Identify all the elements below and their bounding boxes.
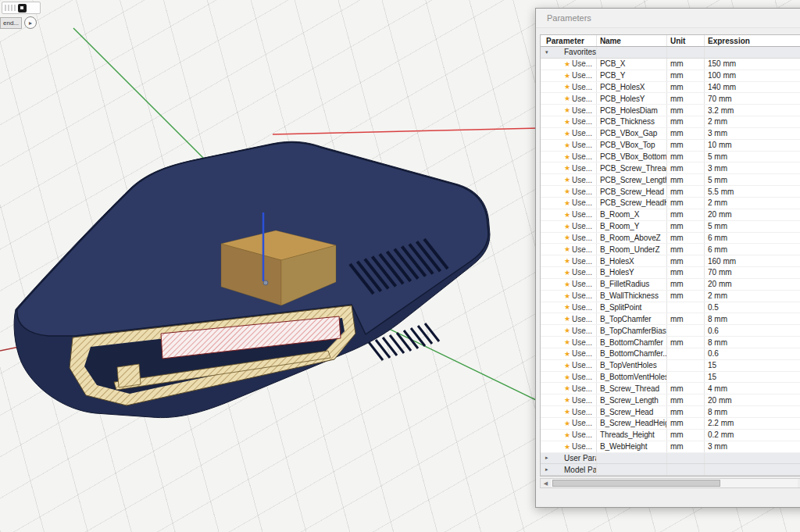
param-name-cell[interactable]: B_FilletRadius <box>597 279 667 290</box>
param-expression-cell[interactable]: 6 mm <box>705 244 800 255</box>
param-expression-cell[interactable]: 6 mm <box>705 233 800 244</box>
favorite-star-icon[interactable]: ★ <box>562 350 572 358</box>
param-name-cell[interactable]: B_TopChamferBias <box>597 325 667 336</box>
param-expression-cell[interactable]: 0.5 <box>705 302 800 313</box>
param-name-cell[interactable]: PCB_Screw_Head <box>597 186 667 197</box>
param-expression-cell[interactable]: 70 mm <box>705 93 800 104</box>
param-expression-cell[interactable]: 15 <box>705 360 800 371</box>
param-name-cell[interactable]: B_BottomVentHoles <box>597 372 667 383</box>
favorite-star-icon[interactable]: ★ <box>562 384 572 392</box>
param-row[interactable]: ★ Use... PCB_Screw_Head mm 5.5 mm <box>541 186 800 198</box>
param-row[interactable]: ★ Use... PCB_Screw_HeadH... mm 2 mm <box>541 198 800 209</box>
param-expression-cell[interactable]: 2 mm <box>705 198 800 209</box>
param-row[interactable]: ★ Use... B_WallThickness mm 2 mm <box>541 291 800 302</box>
group-chevron-icon[interactable]: ▸ <box>544 455 555 461</box>
param-name-cell[interactable]: B_Screw_Head <box>597 406 667 417</box>
param-name-cell[interactable]: PCB_Screw_Thread <box>597 162 667 173</box>
favorite-star-icon[interactable]: ★ <box>562 83 572 91</box>
favorite-star-icon[interactable]: ★ <box>562 245 572 253</box>
param-expression-cell[interactable]: 160 mm <box>705 255 800 266</box>
param-row[interactable]: ★ Use... B_Screw_Thread mm 4 mm <box>541 383 800 395</box>
param-row[interactable]: ★ Use... PCB_HolesY mm 70 mm <box>541 93 800 105</box>
param-row[interactable]: ★ Use... PCB_HolesDiam mm 3.2 mm <box>541 105 800 116</box>
param-expression-cell[interactable]: 20 mm <box>705 209 800 220</box>
param-expression-cell[interactable]: 3 mm <box>705 128 800 139</box>
param-row[interactable]: ★ Use... B_Screw_Head mm 8 mm <box>541 406 800 418</box>
param-name-cell[interactable]: PCB_X <box>597 59 667 70</box>
param-expression-cell[interactable]: 8 mm <box>705 337 800 348</box>
favorite-star-icon[interactable]: ★ <box>562 292 572 300</box>
favorite-star-icon[interactable]: ★ <box>562 257 572 265</box>
param-row[interactable]: ★ Use... B_Room_AboveZ mm 6 mm <box>541 233 800 245</box>
param-expression-cell[interactable]: 5.5 mm <box>705 186 800 197</box>
scroll-track[interactable] <box>551 479 798 487</box>
param-row[interactable]: ★ Use... PCB_Thickness mm 2 mm <box>541 116 800 128</box>
param-name-cell[interactable]: B_TopVentHoles <box>597 360 667 371</box>
param-expression-cell[interactable]: 20 mm <box>705 279 800 290</box>
param-row[interactable]: ▾ Favorites <box>541 47 800 59</box>
scroll-thumb[interactable] <box>552 480 720 487</box>
param-expression-cell[interactable]: 3 mm <box>705 162 800 173</box>
param-name-cell[interactable] <box>597 453 667 464</box>
param-name-cell[interactable]: Threads_Height <box>597 430 667 441</box>
param-name-cell[interactable]: B_Room_X <box>597 209 667 220</box>
param-row[interactable]: ★ Use... Threads_Height mm 0.2 mm <box>541 430 800 441</box>
param-expression-cell[interactable]: 70 mm <box>705 267 800 278</box>
param-name-cell[interactable]: B_WebHeight <box>597 441 667 452</box>
param-row[interactable]: ★ Use... B_FilletRadius mm 20 mm <box>541 279 800 291</box>
param-expression-cell[interactable]: 0.6 <box>705 325 800 336</box>
param-row[interactable]: ★ Use... B_TopChamferBias 0.6 <box>541 325 800 337</box>
param-row[interactable]: ★ Use... B_Room_X mm 20 mm <box>541 209 800 221</box>
param-name-cell[interactable]: B_TopChamfer <box>597 313 667 324</box>
param-name-cell[interactable]: B_Screw_HeadHeight <box>597 418 667 429</box>
param-expression-cell[interactable]: 10 mm <box>705 140 800 151</box>
favorite-star-icon[interactable]: ★ <box>562 420 572 427</box>
param-expression-cell[interactable]: 2 mm <box>705 291 800 302</box>
dialog-titlebar[interactable]: Parameters <box>536 9 800 28</box>
param-row[interactable]: ★ Use... PCB_Y mm 100 mm <box>541 70 800 82</box>
param-expression-cell[interactable]: 5 mm <box>705 174 800 185</box>
param-expression-cell[interactable] <box>705 464 800 475</box>
favorite-star-icon[interactable]: ★ <box>562 187 572 195</box>
favorite-star-icon[interactable]: ★ <box>562 431 572 439</box>
favorite-star-icon[interactable]: ★ <box>562 72 572 80</box>
favorite-star-icon[interactable]: ★ <box>562 153 572 161</box>
param-expression-cell[interactable]: 140 mm <box>705 82 800 93</box>
param-row[interactable]: ★ Use... B_TopVentHoles 15 <box>541 360 800 372</box>
param-expression-cell[interactable]: 15 <box>705 372 800 383</box>
param-name-cell[interactable]: B_BottomChamfer... <box>597 348 667 359</box>
param-name-cell[interactable]: B_WallThickness <box>597 291 667 302</box>
param-name-cell[interactable]: B_HolesY <box>597 267 667 278</box>
param-name-cell[interactable] <box>597 47 667 58</box>
param-row[interactable]: ★ Use... PCB_VBox_Gap mm 3 mm <box>541 128 800 140</box>
favorite-star-icon[interactable]: ★ <box>562 211 572 219</box>
param-name-cell[interactable]: PCB_Screw_Length <box>597 174 667 185</box>
expand-browser-button[interactable]: ▸ <box>24 16 37 29</box>
favorite-star-icon[interactable]: ★ <box>562 234 572 241</box>
param-row[interactable]: ★ Use... B_HolesY mm 70 mm <box>541 267 800 279</box>
param-expression-cell[interactable]: 3 mm <box>705 441 800 452</box>
param-expression-cell[interactable]: 3.2 mm <box>705 105 800 116</box>
column-header-unit[interactable]: Unit <box>667 35 705 46</box>
param-expression-cell[interactable]: 5 mm <box>705 152 800 162</box>
column-header-expression[interactable]: Expression <box>705 35 800 46</box>
param-name-cell[interactable]: PCB_HolesY <box>597 93 667 104</box>
param-name-cell[interactable] <box>597 464 667 475</box>
param-name-cell[interactable]: PCB_VBox_Bottom <box>597 152 667 162</box>
param-name-cell[interactable]: B_Room_Y <box>597 221 667 232</box>
cube-icon[interactable] <box>18 4 27 12</box>
param-row[interactable]: ★ Use... PCB_HolesX mm 140 mm <box>541 82 800 94</box>
favorite-star-icon[interactable]: ★ <box>562 199 572 207</box>
param-row[interactable]: ★ Use... PCB_X mm 150 mm <box>541 59 800 70</box>
param-row[interactable]: ★ Use... B_Screw_HeadHeight mm 2.2 mm <box>541 418 800 430</box>
param-expression-cell[interactable]: 20 mm <box>705 395 800 405</box>
param-expression-cell[interactable]: 8 mm <box>705 313 800 324</box>
param-row[interactable]: ★ Use... PCB_Screw_Thread mm 3 mm <box>541 162 800 174</box>
param-row[interactable]: ★ Use... B_Room_Y mm 5 mm <box>541 221 800 233</box>
param-row[interactable]: ★ Use... B_SplitPoint 0.5 <box>541 302 800 314</box>
param-name-cell[interactable]: PCB_VBox_Top <box>597 140 667 151</box>
group-chevron-icon[interactable]: ▸ <box>544 466 555 473</box>
param-expression-cell[interactable]: 2.2 mm <box>705 418 800 429</box>
param-name-cell[interactable]: B_BottomChamfer <box>597 337 667 348</box>
param-name-cell[interactable]: PCB_HolesX <box>597 82 667 93</box>
